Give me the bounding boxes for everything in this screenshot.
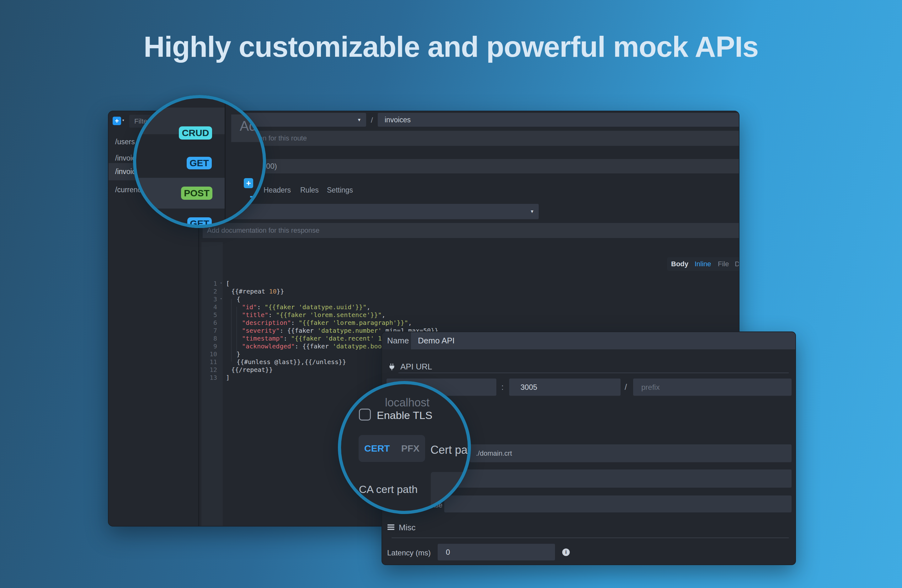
environment-name-input[interactable]: Demo API xyxy=(418,332,455,349)
code-line: "title": "{{faker 'lorem.sentence'}}", xyxy=(226,311,442,319)
line-number: 10 xyxy=(201,350,223,358)
route-doc-input[interactable]: Add documentation for this route xyxy=(203,131,739,146)
cert-path-value: ./domain.crt xyxy=(476,449,512,458)
line-number: 4 xyxy=(201,303,223,311)
body-source-toolbar: Body Inline File Databucket xyxy=(667,257,739,271)
page-title: Highly customizable and powerful mock AP… xyxy=(0,30,902,64)
ca-cert-path-label: CA cert path xyxy=(359,483,418,496)
cert-type-toggle[interactable]: CERT PFX xyxy=(359,435,425,462)
tab-headers[interactable]: Headers xyxy=(263,186,291,194)
line-number: 11 xyxy=(201,358,223,366)
latency-label: Latency (ms) xyxy=(387,549,431,557)
magnified-add-response-button: + xyxy=(244,178,253,188)
status-code-dropdown[interactable]: ▼ xyxy=(205,204,539,219)
environment-name-row: Name Demo API xyxy=(382,332,796,349)
cert-path-label: Cert path xyxy=(431,443,471,457)
tab-body-file[interactable]: File xyxy=(718,260,729,268)
enable-tls-checkbox[interactable] xyxy=(359,409,371,421)
response-doc-placeholder: Add documentation for this response xyxy=(207,227,319,235)
info-icon[interactable]: i xyxy=(562,549,570,556)
line-number: 12 xyxy=(201,366,223,374)
ca-cert-path-input[interactable] xyxy=(457,469,792,488)
magnifier-route-methods: Ad CRUD GET POST GET + xyxy=(133,95,266,228)
path-separator: / xyxy=(371,116,373,125)
line-number: 3▾ xyxy=(201,296,223,303)
line-number: 13 xyxy=(201,374,223,382)
misc-section-label: Misc xyxy=(387,523,415,532)
cert-type-option-cert[interactable]: CERT xyxy=(364,443,390,454)
passphrase-input[interactable] xyxy=(444,496,792,513)
port-input[interactable]: 3005 xyxy=(509,378,620,396)
method-badge-get: GET xyxy=(187,217,212,228)
response-selector-dropdown[interactable]: Response 1 (200) xyxy=(203,159,739,174)
chevron-down-icon[interactable]: ▾ xyxy=(122,118,124,122)
tab-body-inline[interactable]: Inline xyxy=(695,260,711,268)
line-number: 7 xyxy=(201,327,223,335)
indent-guide xyxy=(236,307,237,354)
name-label: Name xyxy=(382,332,411,349)
line-number: 8 xyxy=(201,335,223,342)
line-number: 5 xyxy=(201,311,223,319)
port-separator: : xyxy=(501,382,504,392)
editor-gutter: 1▾23▾45678910111213 xyxy=(201,242,223,527)
route-path: /users xyxy=(115,138,135,146)
enable-tls-label: Enable TLS xyxy=(377,409,432,421)
api-url-section-label: API URL xyxy=(388,362,432,372)
line-number: 1▾ xyxy=(201,280,223,288)
method-badge-crud: CRUD xyxy=(179,127,212,139)
divider xyxy=(391,538,789,538)
line-number: 2 xyxy=(201,288,223,296)
latency-value: 0 xyxy=(446,548,450,557)
line-number: 6 xyxy=(201,319,223,327)
environment-name-value: Demo API xyxy=(418,336,455,346)
prefix-separator: / xyxy=(625,382,627,392)
prefix-placeholder: prefix xyxy=(641,383,660,392)
code-line: [ xyxy=(226,280,442,288)
code-line: { xyxy=(226,296,442,303)
body-toolbar-label: Body xyxy=(671,260,688,268)
plug-icon xyxy=(388,363,396,371)
line-number: 9 xyxy=(201,342,223,350)
code-line: "description": "{{faker 'lorem.paragraph… xyxy=(226,319,442,327)
latency-input[interactable]: 0 xyxy=(438,544,555,560)
divider xyxy=(225,95,226,228)
divider xyxy=(398,372,789,373)
api-url-label: API URL xyxy=(400,362,432,372)
cert-type-option-pfx[interactable]: PFX xyxy=(401,443,420,454)
port-value: 3005 xyxy=(520,383,537,392)
route-path-value: invoices xyxy=(385,116,411,124)
route-path-input[interactable]: invoices xyxy=(378,113,739,127)
magnified-host-fragment: localhost xyxy=(385,396,429,409)
misc-label: Misc xyxy=(399,523,415,532)
chevron-down-icon: ▼ xyxy=(357,117,362,122)
chevron-down-icon: ▼ xyxy=(530,209,534,214)
tab-settings[interactable]: Settings xyxy=(327,186,353,194)
tab-body-databucket[interactable]: Databucket xyxy=(735,260,739,268)
method-badge-post: POST xyxy=(181,187,212,200)
magnifier-tls-settings: localhost Enable TLS CERT PFX Cert path … xyxy=(338,381,471,514)
code-line: {{#repeat 10}} xyxy=(226,288,442,296)
indent-guide xyxy=(231,299,232,361)
add-route-button[interactable]: + xyxy=(113,117,121,125)
promo-image: Highly customizable and powerful mock AP… xyxy=(0,0,902,588)
method-badge-get: GET xyxy=(187,157,212,169)
prefix-input[interactable]: prefix xyxy=(633,378,792,396)
list-icon xyxy=(387,524,395,531)
tab-rules[interactable]: Rules xyxy=(300,186,319,194)
cert-path-input[interactable]: ./domain.crt xyxy=(470,444,792,462)
code-line: "id": "{{faker 'datatype.uuid'}}", xyxy=(226,303,442,311)
response-doc-input[interactable]: Add documentation for this response xyxy=(203,223,739,238)
